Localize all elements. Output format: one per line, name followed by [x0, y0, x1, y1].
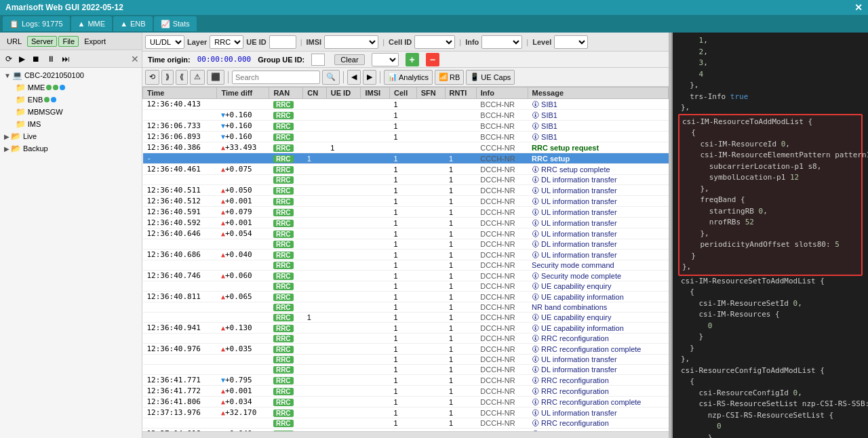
skip-btn[interactable]: ⏭	[59, 53, 73, 65]
ue-id-input[interactable]	[269, 35, 296, 49]
table-row[interactable]: 12:36:40.746 ▲+0.060 RRC 1 1 DCCH-NR 🛈 S…	[143, 271, 669, 281]
nav-next-btn[interactable]: ▶	[363, 70, 376, 85]
stop-btn[interactable]: ⏹	[29, 53, 43, 65]
cell-sfn	[416, 132, 445, 142]
ue-caps-btn[interactable]: 📱 UE Caps	[466, 70, 515, 85]
tree-item-backup[interactable]: ▶ 📂 Backup	[1, 142, 140, 155]
refresh-btn[interactable]: ⟳	[3, 53, 15, 65]
table-row[interactable]: 12:36:40.811 ▲+0.065 RRC 1 1 DCCH-NR 🛈 U…	[143, 292, 669, 302]
cell-time	[143, 365, 217, 375]
table-row[interactable]: 12:36:40.511 ▲+0.050 RRC 1 1 DCCH-NR 🛈 U…	[143, 185, 669, 196]
tree-item-mbmsgw[interactable]: 📁 MBMSGW	[1, 106, 140, 118]
table-row[interactable]: RRC 1 1 DCCH-NR 🛈 UE capability enquiry	[143, 281, 669, 292]
add-button[interactable]: +	[406, 53, 419, 66]
cell-imsi	[361, 375, 390, 386]
refresh-log-btn[interactable]: ⟲	[145, 70, 159, 85]
forward-btn[interactable]: ⟫	[161, 70, 174, 85]
nav-export-btn[interactable]: Export	[80, 36, 110, 47]
table-row[interactable]: 12:36:06.733 ▼+0.160 RRC 1 BCCH-NR 🛈 SIB…	[143, 121, 669, 132]
table-row[interactable]: 12:36:40.976 ▲+0.035 RRC 1 1 DCCH-NR 🛈 R…	[143, 344, 669, 355]
tree-item-cbc[interactable]: ▼ 💻 CBC-2021050100	[1, 69, 140, 81]
cell-sfn	[416, 271, 445, 281]
cell-ran: RRC	[269, 302, 303, 313]
cell-info: DCCH-NR	[476, 228, 528, 239]
nav-file-btn[interactable]: File	[58, 36, 79, 47]
table-row[interactable]: RRC 1 1 DCCH-NR 🛈 UL information transfe…	[143, 355, 669, 365]
table-row[interactable]: 12:36:40.591 ▲+0.079 RRC 1 1 DCCH-NR 🛈 U…	[143, 207, 669, 218]
tab-logs[interactable]: 📋 Logs: 91775	[3, 16, 70, 31]
table-row[interactable]: 12:36:40.413 RRC 1 BCCH-NR 🛈 SIB1	[143, 99, 669, 110]
nav-url-btn[interactable]: URL	[3, 36, 26, 47]
table-row[interactable]: 12:36:40.512 ▲+0.001 RRC 1 1 DCCH-NR 🛈 U…	[143, 196, 669, 207]
h-scrollbar[interactable]	[142, 431, 669, 438]
analytics-btn[interactable]: 📊 Analytics	[384, 70, 433, 85]
cell-sfn	[416, 292, 445, 302]
arrow-up-icon: ▲	[221, 409, 225, 416]
table-row[interactable]: 12:36:06.893 ▼+0.160 RRC 1 BCCH-NR 🛈 SIB…	[143, 132, 669, 142]
group-ue-input[interactable]	[311, 54, 325, 66]
rb-btn[interactable]: 📶 RB	[435, 70, 464, 85]
imsi-select[interactable]	[324, 35, 378, 49]
table-row[interactable]: 12:36:40.461 ▲+0.075 RRC 1 1 DCCH-NR 🛈 R…	[143, 164, 669, 175]
tab-stats[interactable]: 📈 Stats	[154, 16, 197, 31]
table-row[interactable]: RRC 1 1 DCCH-NR 🛈 RRC reconfiguration	[143, 334, 669, 344]
sidebar: URL Server File Export ⟳ ▶ ⏹ ⏸ ⏭ ✕ ▼ 💻 C…	[0, 33, 142, 438]
table-row[interactable]: ▼+0.160 RRC 1 BCCH-NR 🛈 SIB1	[143, 110, 669, 121]
nav-server-btn[interactable]: Server	[27, 36, 57, 47]
cell-info: DCCH-NR	[476, 260, 528, 271]
table-row[interactable]: RRC 1 1 DCCH-NR 🛈 DL information transfe…	[143, 365, 669, 375]
table-row[interactable]: 12:36:40.592 ▲+0.001 RRC 1 1 DCCH-NR 🛈 U…	[143, 218, 669, 228]
search-input[interactable]	[232, 71, 320, 84]
table-row[interactable]: - RRC 1 1 1 CCCH-NR RRC setup	[143, 153, 669, 164]
table-row[interactable]: 12:36:40.386 ▲+33.493 RRC 1 CCCH-NR RRC …	[143, 142, 669, 153]
tab-mme[interactable]: ▲ MME	[71, 16, 113, 31]
cell-ueid	[326, 228, 361, 239]
tab-enb[interactable]: ▲ ENB	[113, 16, 153, 31]
table-row[interactable]: 12:36:41.806 ▲+0.034 RRC 1 1 DCCH-NR 🛈 R…	[143, 397, 669, 407]
tree-item-ims[interactable]: 📁 IMS	[1, 118, 140, 130]
cell-message: 🛈 SIB1	[528, 99, 668, 110]
play-btn[interactable]: ▶	[16, 53, 28, 65]
cell-cn: 1	[303, 313, 327, 323]
table-row[interactable]: RRC 1 1 DCCH-NR Security mode command	[143, 260, 669, 271]
app-title: Amarisoft Web GUI 2022-05-12	[5, 3, 854, 12]
sidebar-close-icon[interactable]: ✕	[131, 54, 139, 64]
table-row[interactable]: 12:36:41.772 ▲+0.001 RRC 1 1 DCCH-NR 🛈 R…	[143, 386, 669, 397]
tree-item-live[interactable]: ▶ 📂 Live	[1, 130, 140, 142]
minus-button[interactable]: −	[426, 53, 439, 66]
table-row[interactable]: 12:36:40.646 ▲+0.054 RRC 1 1 DCCH-NR 🛈 U…	[143, 228, 669, 239]
cell-id-select[interactable]	[414, 35, 455, 49]
table-row[interactable]: RRC 1 1 1 DCCH-NR 🛈 UE capability enquir…	[143, 313, 669, 323]
layer2-select[interactable]: RRC	[210, 35, 243, 49]
cell-time	[143, 281, 217, 292]
back-btn[interactable]: ⟪	[176, 70, 188, 85]
time-row: Time origin: 00:00:00.000 Group UE ID: C…	[142, 52, 669, 68]
cell-time	[143, 175, 217, 185]
pause-btn[interactable]: ⏸	[44, 53, 58, 65]
info-select[interactable]	[481, 35, 522, 49]
table-row[interactable]: RRC 1 1 DCCH-NR NR band combinations	[143, 302, 669, 313]
clear-select[interactable]	[372, 53, 399, 66]
table-row[interactable]: RRC 1 1 DCCH-NR 🛈 DL information transfe…	[143, 239, 669, 250]
table-row[interactable]: 12:36:40.941 ▲+0.130 RRC 1 1 DCCH-NR 🛈 U…	[143, 323, 669, 334]
search-icon-btn[interactable]: 🔍	[322, 70, 340, 85]
tree-item-enb[interactable]: 📁 ENB	[1, 94, 140, 106]
cell-time: 12:36:40.811	[143, 292, 217, 302]
level-select[interactable]	[554, 35, 588, 49]
layer-select[interactable]: UL/DLULDL	[145, 35, 184, 49]
nav-prev-btn[interactable]: ◀	[347, 70, 361, 85]
close-icon[interactable]: ✕	[854, 2, 863, 13]
cell-rnti: 1	[445, 407, 476, 418]
cell-cn	[303, 250, 327, 260]
warning-btn[interactable]: ⚠	[190, 70, 205, 85]
table-row[interactable]: RRC 1 1 DCCH-NR 🛈 DL information transfe…	[143, 175, 669, 185]
table-row[interactable]: RRC 1 1 DCCH-NR 🛈 RRC reconfiguration	[143, 418, 669, 429]
table-row[interactable]: 12:37:13.976 ▲+32.170 RRC 1 1 DCCH-NR 🛈 …	[143, 407, 669, 418]
table-row[interactable]: 12:36:40.686 ▲+0.040 RRC 1 1 DCCH-NR 🛈 U…	[143, 250, 669, 260]
cell-message: 🛈 SIB1	[528, 121, 668, 132]
clear-button[interactable]: Clear	[334, 54, 364, 65]
tree-item-mme[interactable]: 📁 MME	[1, 81, 140, 94]
cell-ran: RRC	[269, 250, 303, 260]
block-btn[interactable]: ⬛	[207, 70, 224, 85]
table-row[interactable]: 12:36:41.771 ▼+0.795 RRC 1 1 DCCH-NR 🛈 R…	[143, 375, 669, 386]
